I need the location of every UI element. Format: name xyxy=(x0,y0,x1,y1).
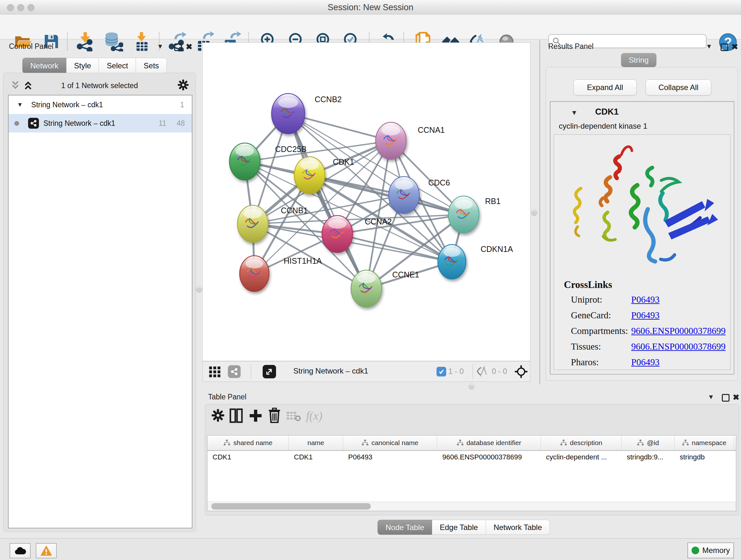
network-node-CDC25B[interactable] xyxy=(229,143,260,180)
panel-float-icon[interactable] xyxy=(174,44,182,51)
column-header-description[interactable]: description xyxy=(541,435,622,450)
table-cell[interactable]: 9606.ENSP00000378699 xyxy=(437,453,541,461)
network-collection-row[interactable]: ▼ String Network – cdk1 1 xyxy=(9,96,192,114)
node-result-section: ▼ CDK1 cyclin-dependent kinase 1 xyxy=(550,101,734,374)
horizontal-splitter-handle[interactable] xyxy=(468,384,474,389)
results-panel-title: Results Panel xyxy=(548,42,594,51)
tab-network[interactable]: Network xyxy=(22,58,66,73)
compartments-link[interactable]: 9606.ENSP00000378699 xyxy=(631,326,726,336)
fit-content-button[interactable] xyxy=(515,365,528,380)
column-header-shared-name[interactable]: shared name xyxy=(207,435,289,450)
collection-expand-icon[interactable]: ▼ xyxy=(17,101,23,108)
network-tab-panel: 1 of 1 Network selected ▼ String Network… xyxy=(3,73,196,532)
horizontal-scrollbar[interactable] xyxy=(207,502,736,511)
network-options-button[interactable] xyxy=(177,79,189,92)
network-node-CCNB2[interactable] xyxy=(272,94,305,134)
column-label: namespace xyxy=(692,439,727,447)
tissues-link[interactable]: 9606.ENSP00000378699 xyxy=(631,341,726,352)
table-cell[interactable]: CDK1 xyxy=(207,453,289,461)
network-node-CCNB1[interactable] xyxy=(238,205,268,242)
scrollbar-thumb[interactable] xyxy=(211,503,371,509)
show-columns-button[interactable] xyxy=(229,408,243,424)
collapse-all-button[interactable]: Collapse All xyxy=(646,79,711,96)
panel-close-icon[interactable]: ✖ xyxy=(731,42,738,51)
column-header-namespace[interactable]: namespace xyxy=(675,435,734,450)
tab-edge-table[interactable]: Edge Table xyxy=(432,520,486,535)
table-panel: Table Panel ▼ ✖ f(x) shared na xyxy=(202,390,741,538)
edge-count: 48 xyxy=(177,119,185,128)
network-node-CCNA2[interactable] xyxy=(322,215,353,253)
panel-collapse-icon[interactable]: ▼ xyxy=(157,43,163,50)
tab-style[interactable]: Style xyxy=(66,58,99,73)
panel-float-icon[interactable] xyxy=(722,394,730,401)
panel-close-icon[interactable]: ✖ xyxy=(186,42,192,51)
network-row-selected[interactable]: String Network – cdk1 11 48 xyxy=(9,114,192,132)
table-header-row: shared namenamecanonical namedatabase id… xyxy=(207,435,736,451)
panel-float-icon[interactable] xyxy=(721,44,728,51)
birdseye-grid-button[interactable] xyxy=(209,366,221,379)
tab-node-table[interactable]: Node Table xyxy=(378,520,432,535)
column-header-canonical-name[interactable]: canonical name xyxy=(343,435,437,450)
tab-select[interactable]: Select xyxy=(99,58,136,73)
column-header--id[interactable]: @id xyxy=(622,435,675,450)
vertical-splitter-handle[interactable] xyxy=(531,209,537,216)
network-view-title: String Network – cdk1 xyxy=(293,367,368,375)
share-icon xyxy=(230,368,238,375)
network-node-CCNE1[interactable] xyxy=(351,270,382,307)
section-collapse-icon[interactable]: ▼ xyxy=(571,109,578,117)
network-canvas[interactable]: CCNB2CCNA1CDC25BCDK1CDC6RB1CCNB1CCNA2CDK… xyxy=(202,43,530,361)
crosslink-label: Pharos: xyxy=(571,354,628,370)
plus-icon xyxy=(249,408,263,423)
table-cell[interactable]: stringdb xyxy=(675,453,734,461)
network-list: ▼ String Network – cdk1 1 String Network… xyxy=(8,95,192,528)
network-node-CCNA1[interactable] xyxy=(376,122,406,159)
control-panel-tabs: Network Style Select Sets xyxy=(22,58,167,73)
network-node-RB1[interactable] xyxy=(448,196,479,233)
network-edge-CCNA1-HIST1H1A[interactable] xyxy=(254,141,391,273)
crosslinks-labels: Uniprot: GeneCard: Compartments: Tissues… xyxy=(571,292,628,370)
string-view-badge[interactable] xyxy=(228,365,241,378)
table-settings-button[interactable] xyxy=(211,408,225,424)
panel-close-icon[interactable]: ✖ xyxy=(733,393,739,402)
warnings-button[interactable] xyxy=(36,543,57,558)
network-column-icon xyxy=(682,439,689,446)
table-cell[interactable]: cyclin-dependent ... xyxy=(541,453,622,461)
panel-collapse-icon[interactable]: ▼ xyxy=(706,43,712,50)
add-column-button[interactable] xyxy=(249,408,263,424)
node-label-CCNB2: CCNB2 xyxy=(315,95,342,104)
column-header-name[interactable]: name xyxy=(289,435,343,450)
network-node-HIST1H1A[interactable] xyxy=(240,256,269,292)
genecard-link[interactable]: P06493 xyxy=(631,310,660,320)
network-node-CDK1[interactable] xyxy=(294,157,325,194)
function-builder-button[interactable]: f(x) xyxy=(306,409,322,423)
column-header-database-identifier[interactable]: database identifier xyxy=(437,435,541,450)
vertical-splitter-handle[interactable] xyxy=(196,286,202,293)
crosslink-label: GeneCard: xyxy=(571,307,628,323)
open-in-new-window-button[interactable] xyxy=(263,365,276,378)
pharos-link[interactable]: P06493 xyxy=(631,357,660,367)
expand-all-button[interactable]: Expand All xyxy=(574,79,636,96)
delete-table-button[interactable] xyxy=(286,411,301,423)
crosslink-label: Tissues: xyxy=(571,339,628,354)
hidden-eye-icon[interactable] xyxy=(476,366,489,378)
table-cell[interactable]: CDK1 xyxy=(289,453,343,461)
current-network-dot-icon xyxy=(14,121,19,126)
network-node-CDKN1A[interactable] xyxy=(438,245,466,279)
column-label: description xyxy=(570,439,603,447)
table-row[interactable]: CDK1CDK1P064939606.ENSP00000378699cyclin… xyxy=(207,451,736,463)
table-cell[interactable]: P06493 xyxy=(343,453,437,461)
network-node-CDC6[interactable] xyxy=(389,177,419,213)
tab-string[interactable]: String xyxy=(621,53,657,67)
uniprot-link[interactable]: P06493 xyxy=(631,294,660,305)
cloud-status-button[interactable] xyxy=(10,543,30,558)
delete-column-button[interactable] xyxy=(268,408,281,424)
tab-network-table[interactable]: Network Table xyxy=(486,520,550,535)
panel-collapse-icon[interactable]: ▼ xyxy=(708,393,714,401)
collection-count: 1 xyxy=(180,101,184,109)
network-name: String Network – cdk1 xyxy=(44,119,115,128)
network-column-icon xyxy=(361,439,368,446)
table-cell[interactable]: stringdb:9... xyxy=(622,453,675,461)
tab-sets[interactable]: Sets xyxy=(136,58,167,73)
selected-checkbox-icon[interactable] xyxy=(436,367,446,376)
memory-button[interactable]: Memory xyxy=(687,543,734,558)
